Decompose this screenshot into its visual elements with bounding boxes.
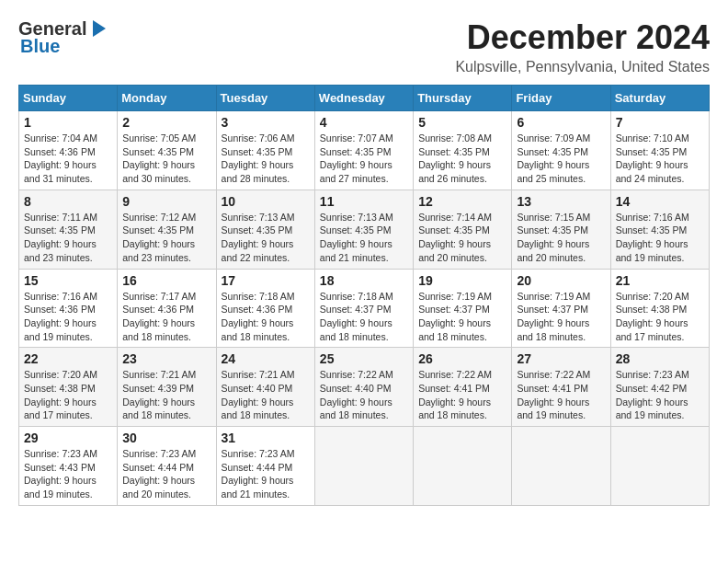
calendar-week-row: 22Sunrise: 7:20 AMSunset: 4:38 PMDayligh…	[19, 348, 710, 427]
day-number: 3	[222, 115, 310, 130]
day-info: Sunrise: 7:22 AMSunset: 4:41 PMDaylight:…	[517, 369, 590, 420]
day-number: 11	[320, 194, 408, 209]
calendar-cell: 26Sunrise: 7:22 AMSunset: 4:41 PMDayligh…	[414, 348, 512, 427]
calendar-header-row: SundayMondayTuesdayWednesdayThursdayFrid…	[19, 86, 710, 111]
calendar-cell: 19Sunrise: 7:19 AMSunset: 4:37 PMDayligh…	[414, 269, 512, 348]
calendar-week-row: 29Sunrise: 7:23 AMSunset: 4:43 PMDayligh…	[19, 427, 710, 506]
day-number: 8	[24, 194, 112, 209]
day-number: 22	[24, 351, 112, 366]
day-info: Sunrise: 7:08 AMSunset: 4:35 PMDaylight:…	[418, 132, 492, 184]
day-info: Sunrise: 7:13 AMSunset: 4:35 PMDaylight:…	[320, 212, 393, 263]
calendar-cell	[414, 427, 512, 506]
calendar-cell	[610, 427, 709, 506]
day-number: 23	[122, 351, 210, 366]
day-info: Sunrise: 7:07 AMSunset: 4:35 PMDaylight:…	[320, 132, 393, 184]
day-info: Sunrise: 7:10 AMSunset: 4:35 PMDaylight:…	[616, 132, 689, 184]
day-of-week-header: Friday	[512, 86, 610, 111]
calendar-cell: 27Sunrise: 7:22 AMSunset: 4:41 PMDayligh…	[512, 348, 610, 427]
day-info: Sunrise: 7:20 AMSunset: 4:38 PMDaylight:…	[24, 369, 97, 420]
day-info: Sunrise: 7:16 AMSunset: 4:36 PMDaylight:…	[24, 291, 97, 342]
day-info: Sunrise: 7:14 AMSunset: 4:35 PMDaylight:…	[418, 212, 492, 263]
day-number: 18	[320, 273, 408, 288]
calendar-cell: 23Sunrise: 7:21 AMSunset: 4:39 PMDayligh…	[118, 348, 216, 427]
day-info: Sunrise: 7:11 AMSunset: 4:35 PMDaylight:…	[24, 212, 97, 263]
day-number: 10	[222, 194, 310, 209]
day-info: Sunrise: 7:05 AMSunset: 4:35 PMDaylight:…	[122, 132, 196, 184]
day-info: Sunrise: 7:20 AMSunset: 4:38 PMDaylight:…	[616, 291, 689, 342]
day-of-week-header: Wednesday	[314, 86, 413, 111]
day-of-week-header: Monday	[118, 86, 216, 111]
day-info: Sunrise: 7:13 AMSunset: 4:35 PMDaylight:…	[222, 212, 295, 263]
day-number: 19	[418, 273, 506, 288]
calendar-cell: 5Sunrise: 7:08 AMSunset: 4:35 PMDaylight…	[414, 111, 512, 190]
day-number: 26	[418, 351, 506, 366]
day-info: Sunrise: 7:23 AMSunset: 4:44 PMDaylight:…	[222, 448, 295, 500]
day-number: 20	[517, 273, 605, 288]
calendar-cell: 18Sunrise: 7:18 AMSunset: 4:37 PMDayligh…	[314, 269, 413, 348]
page-header: General Blue December 2024 Kulpsville, P…	[18, 18, 710, 75]
day-info: Sunrise: 7:21 AMSunset: 4:40 PMDaylight:…	[222, 369, 295, 420]
calendar-cell: 9Sunrise: 7:12 AMSunset: 4:35 PMDaylight…	[118, 190, 216, 269]
calendar-cell: 17Sunrise: 7:18 AMSunset: 4:36 PMDayligh…	[216, 269, 314, 348]
calendar-cell: 3Sunrise: 7:06 AMSunset: 4:35 PMDaylight…	[216, 111, 314, 190]
day-number: 9	[122, 194, 210, 209]
day-info: Sunrise: 7:12 AMSunset: 4:35 PMDaylight:…	[122, 212, 196, 263]
day-number: 14	[616, 194, 704, 209]
day-number: 7	[616, 115, 704, 130]
calendar-cell: 7Sunrise: 7:10 AMSunset: 4:35 PMDaylight…	[610, 111, 709, 190]
day-number: 1	[24, 115, 112, 130]
calendar-cell: 16Sunrise: 7:17 AMSunset: 4:36 PMDayligh…	[118, 269, 216, 348]
calendar-cell: 25Sunrise: 7:22 AMSunset: 4:40 PMDayligh…	[314, 348, 413, 427]
calendar-cell: 28Sunrise: 7:23 AMSunset: 4:42 PMDayligh…	[610, 348, 709, 427]
day-info: Sunrise: 7:21 AMSunset: 4:39 PMDaylight:…	[122, 369, 196, 420]
calendar-cell: 2Sunrise: 7:05 AMSunset: 4:35 PMDaylight…	[118, 111, 216, 190]
day-of-week-header: Tuesday	[216, 86, 314, 111]
day-number: 16	[122, 273, 210, 288]
day-number: 17	[222, 273, 310, 288]
calendar-table: SundayMondayTuesdayWednesdayThursdayFrid…	[18, 85, 710, 506]
day-number: 27	[517, 351, 605, 366]
day-info: Sunrise: 7:15 AMSunset: 4:35 PMDaylight:…	[517, 212, 590, 263]
day-number: 12	[418, 194, 506, 209]
day-number: 28	[616, 351, 704, 366]
day-number: 24	[222, 351, 310, 366]
calendar-cell	[512, 427, 610, 506]
day-info: Sunrise: 7:18 AMSunset: 4:37 PMDaylight:…	[320, 291, 393, 342]
calendar-cell: 30Sunrise: 7:23 AMSunset: 4:44 PMDayligh…	[118, 427, 216, 506]
calendar-cell: 20Sunrise: 7:19 AMSunset: 4:37 PMDayligh…	[512, 269, 610, 348]
calendar-cell: 24Sunrise: 7:21 AMSunset: 4:40 PMDayligh…	[216, 348, 314, 427]
day-number: 2	[122, 115, 210, 130]
logo-general-text: General	[18, 19, 86, 38]
day-number: 31	[222, 431, 310, 445]
calendar-cell: 13Sunrise: 7:15 AMSunset: 4:35 PMDayligh…	[512, 190, 610, 269]
day-number: 21	[616, 273, 704, 288]
day-info: Sunrise: 7:19 AMSunset: 4:37 PMDaylight:…	[418, 291, 492, 342]
calendar-cell: 22Sunrise: 7:20 AMSunset: 4:38 PMDayligh…	[19, 348, 118, 427]
day-info: Sunrise: 7:22 AMSunset: 4:40 PMDaylight:…	[320, 369, 393, 420]
logo-blue-text: Blue	[20, 37, 60, 55]
calendar-cell: 14Sunrise: 7:16 AMSunset: 4:35 PMDayligh…	[610, 190, 709, 269]
day-of-week-header: Sunday	[19, 86, 118, 111]
calendar-week-row: 1Sunrise: 7:04 AMSunset: 4:36 PMDaylight…	[19, 111, 710, 190]
day-info: Sunrise: 7:23 AMSunset: 4:42 PMDaylight:…	[616, 369, 689, 420]
day-info: Sunrise: 7:23 AMSunset: 4:43 PMDaylight:…	[24, 448, 97, 500]
calendar-cell: 31Sunrise: 7:23 AMSunset: 4:44 PMDayligh…	[216, 427, 314, 506]
calendar-week-row: 15Sunrise: 7:16 AMSunset: 4:36 PMDayligh…	[19, 269, 710, 348]
calendar-cell: 8Sunrise: 7:11 AMSunset: 4:35 PMDaylight…	[19, 190, 118, 269]
calendar-cell: 10Sunrise: 7:13 AMSunset: 4:35 PMDayligh…	[216, 190, 314, 269]
calendar-cell: 11Sunrise: 7:13 AMSunset: 4:35 PMDayligh…	[314, 190, 413, 269]
day-info: Sunrise: 7:16 AMSunset: 4:35 PMDaylight:…	[616, 212, 689, 263]
day-info: Sunrise: 7:18 AMSunset: 4:36 PMDaylight:…	[222, 291, 295, 342]
month-title: December 2024	[455, 18, 710, 57]
day-of-week-header: Thursday	[414, 86, 512, 111]
day-number: 25	[320, 351, 408, 366]
day-info: Sunrise: 7:19 AMSunset: 4:37 PMDaylight:…	[517, 291, 590, 342]
calendar-cell	[314, 427, 413, 506]
day-info: Sunrise: 7:06 AMSunset: 4:35 PMDaylight:…	[222, 132, 295, 184]
day-info: Sunrise: 7:09 AMSunset: 4:35 PMDaylight:…	[517, 132, 590, 184]
calendar-cell: 12Sunrise: 7:14 AMSunset: 4:35 PMDayligh…	[414, 190, 512, 269]
calendar-week-row: 8Sunrise: 7:11 AMSunset: 4:35 PMDaylight…	[19, 190, 710, 269]
day-number: 30	[122, 431, 210, 445]
day-info: Sunrise: 7:22 AMSunset: 4:41 PMDaylight:…	[418, 369, 492, 420]
calendar-cell: 29Sunrise: 7:23 AMSunset: 4:43 PMDayligh…	[19, 427, 118, 506]
